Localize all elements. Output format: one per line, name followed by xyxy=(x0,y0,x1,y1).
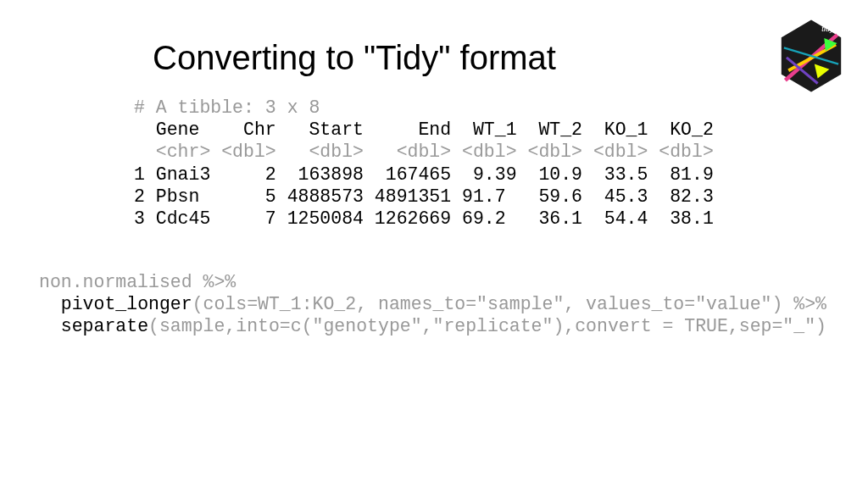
table-row: 2 Pbsn 5 4888573 4891351 91.7 59.6 45.3 … xyxy=(134,186,714,207)
code-line: separate(sample,into=c("genotype","repli… xyxy=(39,316,826,336)
page-title: Converting to "Tidy" format xyxy=(153,39,556,77)
tidyr-hex-logo: tidyr xyxy=(778,19,844,93)
tibble-output: # A tibble: 3 x 8 Gene Chr Start End WT_… xyxy=(134,97,714,230)
tibble-header-comment: # A tibble: 3 x 8 xyxy=(134,97,320,118)
svg-text:tidyr: tidyr xyxy=(821,25,837,33)
tibble-type-row: <chr> <dbl> <dbl> <dbl> <dbl> <dbl> <dbl… xyxy=(134,141,714,162)
code-line: pivot_longer(cols=WT_1:KO_2, names_to="s… xyxy=(39,294,826,314)
table-row: 1 Gnai3 2 163898 167465 9.39 10.9 33.5 8… xyxy=(134,164,714,185)
r-code-block: non.normalised %>% pivot_longer(cols=WT_… xyxy=(39,271,826,338)
code-line: non.normalised %>% xyxy=(39,272,236,292)
fn-separate: separate xyxy=(61,316,148,336)
tibble-col-header: Gene Chr Start End WT_1 WT_2 KO_1 KO_2 xyxy=(134,119,714,140)
fn-pivot-longer: pivot_longer xyxy=(61,294,192,314)
table-row: 3 Cdc45 7 1250084 1262669 69.2 36.1 54.4… xyxy=(134,208,714,229)
